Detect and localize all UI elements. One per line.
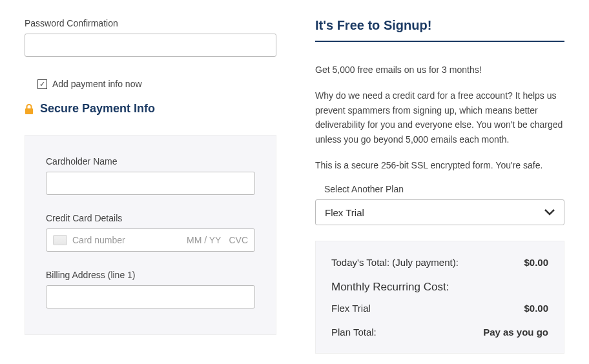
card-expiry-placeholder: MM / YY (187, 235, 221, 245)
plan-total-label: Plan Total: (331, 327, 377, 338)
pricing-summary-panel: Today's Total: (July payment): $0.00 Mon… (315, 241, 564, 354)
plan-total-value: Pay as you go (483, 327, 548, 338)
cardholder-name-label: Cardholder Name (46, 156, 255, 167)
signup-why-text: Why do we need a credit card for a free … (315, 88, 564, 147)
credit-card-icon (53, 235, 67, 245)
lock-icon (25, 104, 34, 114)
cardholder-name-input[interactable] (46, 172, 255, 195)
select-plan-label: Select Another Plan (324, 184, 564, 194)
signup-secure-text: This is a secure 256-bit SSL encrypted f… (315, 158, 564, 172)
plan-name-label: Flex Trial (331, 303, 371, 314)
billing-address-label: Billing Address (line 1) (46, 270, 255, 280)
svg-rect-0 (25, 108, 33, 114)
credit-card-details-label: Credit Card Details (46, 213, 255, 223)
checkbox-icon: ✓ (37, 79, 47, 89)
chevron-down-icon (544, 209, 555, 216)
card-number-placeholder: Card number (72, 235, 181, 245)
card-cvc-placeholder: CVC (229, 235, 248, 245)
password-confirmation-input[interactable] (25, 34, 276, 57)
password-confirmation-label: Password Confirmation (25, 18, 276, 28)
secure-payment-heading-text: Secure Payment Info (40, 102, 155, 116)
credit-card-input[interactable]: Card number MM / YY CVC (46, 228, 255, 252)
today-total-label: Today's Total: (July payment): (331, 257, 459, 268)
plan-select-value: Flex Trial (325, 207, 364, 218)
today-total-value: $0.00 (524, 257, 548, 268)
add-payment-label: Add payment info now (52, 79, 142, 89)
plan-select[interactable]: Flex Trial (315, 199, 564, 225)
signup-intro-text: Get 5,000 free emails on us for 3 months… (315, 63, 564, 77)
billing-address-input[interactable] (46, 285, 255, 308)
signup-heading: It's Free to Signup! (315, 18, 564, 42)
payment-panel: Cardholder Name Credit Card Details Card… (25, 135, 276, 335)
add-payment-checkbox[interactable]: ✓ Add payment info now (37, 79, 142, 89)
secure-payment-heading: Secure Payment Info (25, 102, 276, 116)
monthly-recurring-heading: Monthly Recurring Cost: (331, 281, 548, 294)
plan-price-value: $0.00 (524, 303, 548, 314)
